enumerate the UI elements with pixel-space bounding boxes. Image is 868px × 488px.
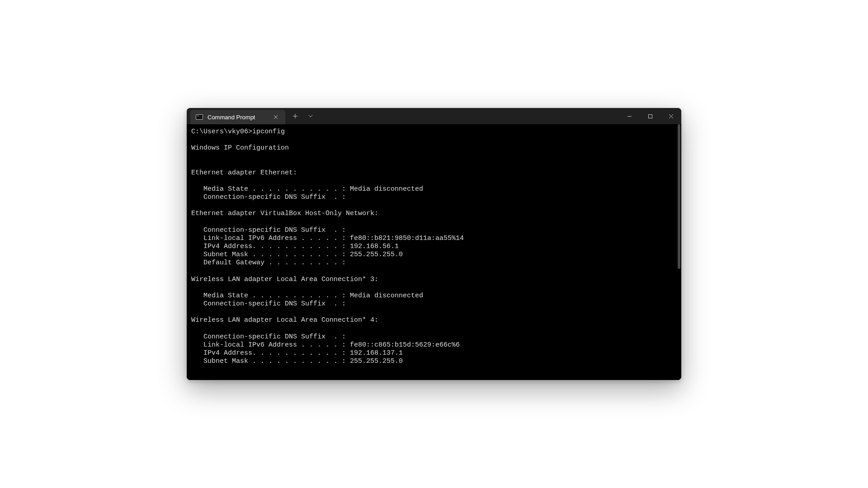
terminal-output[interactable]: C:\Users\vky06>ipconfig Windows IP Confi… — [187, 124, 681, 380]
maximize-button[interactable] — [640, 108, 660, 124]
close-tab-button[interactable] — [272, 113, 280, 121]
tab-title: Command Prompt — [208, 114, 267, 121]
scrollbar-thumb[interactable] — [678, 124, 680, 269]
minimize-button[interactable] — [619, 108, 640, 124]
tab-command-prompt[interactable]: Command Prompt — [190, 110, 285, 124]
terminal-icon — [196, 114, 203, 120]
titlebar: Command Prompt — [187, 108, 681, 124]
tabbar-controls — [288, 108, 318, 124]
new-tab-button[interactable] — [288, 109, 302, 123]
window-controls — [619, 108, 681, 124]
svg-rect-0 — [648, 114, 652, 118]
close-window-button[interactable] — [660, 108, 681, 124]
tab-dropdown-button[interactable] — [303, 109, 318, 123]
terminal-window: Command Prompt C:\Users\vky06>i — [187, 108, 681, 380]
